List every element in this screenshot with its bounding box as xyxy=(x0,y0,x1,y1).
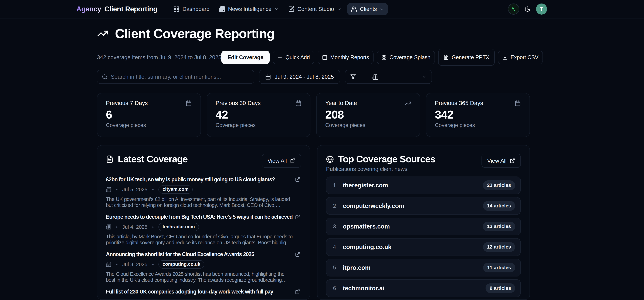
newspaper-icon xyxy=(106,262,111,267)
source-rank: 6 xyxy=(333,285,339,291)
article-count-badge: 9 articles xyxy=(486,283,515,293)
calendar-icon xyxy=(515,100,521,106)
nav-item-content-studio[interactable]: Content Studio xyxy=(285,3,345,15)
source-row[interactable]: 5 itpro.com 11 articles xyxy=(326,259,521,276)
article-item[interactable]: Europe needs to decouple from Big Tech U… xyxy=(106,213,301,246)
toolbar-buttons: Edit Coverage Quick Add Monthly Reports … xyxy=(222,49,543,66)
grid-icon xyxy=(381,55,386,60)
external-link-icon xyxy=(290,158,295,163)
stats-row: Previous 7 Days 6 Coverage pieces Previo… xyxy=(97,93,530,137)
source-list: 1 theregister.com 23 articles 2 computer… xyxy=(326,177,521,297)
stat-label: Previous 7 Days xyxy=(106,100,148,106)
button-label: Generate PPTX xyxy=(452,54,490,60)
globe-icon xyxy=(326,155,334,163)
source-row[interactable]: 2 computerweekly.com 14 articles xyxy=(326,197,521,215)
quick-add-button[interactable]: Quick Add xyxy=(273,51,314,64)
source-domain: computing.co.uk xyxy=(343,243,392,250)
brand-product: Client Reporting xyxy=(104,5,158,13)
article-source-badge: cityam.com xyxy=(158,186,192,194)
stat-sub: Coverage pieces xyxy=(106,122,192,128)
stat-value: 42 xyxy=(216,109,302,120)
button-label: Edit Coverage xyxy=(228,54,264,60)
source-row[interactable]: 3 opsmatters.com 13 articles xyxy=(326,218,521,235)
activity-icon xyxy=(511,6,516,12)
nav-item-dashboard[interactable]: Dashboard xyxy=(170,3,213,15)
pen-square-icon xyxy=(288,6,294,12)
content-panels: Latest Coverage View All £2bn for UK tec… xyxy=(97,145,530,300)
nav-item-news-intelligence[interactable]: News Intelligence xyxy=(215,3,282,15)
article-item[interactable]: £2bn for UK tech, so why is public money… xyxy=(106,176,301,208)
stat-value: 208 xyxy=(325,109,411,120)
stat-sub: Coverage pieces xyxy=(325,122,411,128)
article-title[interactable]: Full list of 230 UK companies adopting f… xyxy=(106,288,293,295)
nav-item-label: Clients xyxy=(360,6,377,12)
date-range-label: Jul 9, 2024 - Jul 8, 2025 xyxy=(275,74,334,80)
dashboard-icon xyxy=(173,6,180,12)
article-title[interactable]: Europe needs to decouple from Big Tech U… xyxy=(106,213,293,220)
external-link-icon[interactable] xyxy=(295,177,300,182)
external-link-icon[interactable] xyxy=(295,252,300,257)
newspaper-icon xyxy=(106,224,111,230)
filter-funnel-icon xyxy=(350,74,356,80)
nav-item-label: News Intelligence xyxy=(228,6,272,12)
stat-card-previous-365-days: Previous 365 Days 342 Coverage pieces xyxy=(426,93,530,137)
stat-card-previous-30-days: Previous 30 Days 42 Coverage pieces xyxy=(207,93,310,137)
users-icon xyxy=(351,6,357,12)
generate-pptx-button[interactable]: Generate PPTX xyxy=(438,49,495,66)
search-input[interactable] xyxy=(111,74,249,80)
avatar[interactable]: T xyxy=(536,4,547,15)
coverage-splash-button[interactable]: Coverage Splash xyxy=(377,51,435,64)
monthly-reports-button[interactable]: Monthly Reports xyxy=(318,51,374,64)
article-count-badge: 13 articles xyxy=(483,222,515,231)
source-row[interactable]: 1 theregister.com 23 articles xyxy=(326,177,521,194)
client-filter-select[interactable] xyxy=(345,70,432,84)
building-icon xyxy=(372,74,378,80)
calendar-icon xyxy=(322,55,327,60)
source-rank: 2 xyxy=(333,203,339,209)
chevron-down-icon xyxy=(422,74,427,79)
brand-name: Agency xyxy=(76,5,101,13)
source-row[interactable]: 4 computing.co.uk 12 articles xyxy=(326,238,521,256)
article-date: Jul 3, 2025 xyxy=(122,261,148,267)
article-count-badge: 23 articles xyxy=(483,180,515,190)
button-label: Coverage Splash xyxy=(390,54,430,60)
newspaper-icon xyxy=(219,6,225,12)
article-item[interactable]: Announcing the shortlist for the Cloud E… xyxy=(106,251,301,283)
coverage-summary-text: 342 coverage items from Jul 9, 2024 to J… xyxy=(97,54,222,61)
source-domain: itpro.com xyxy=(343,264,370,271)
latest-coverage-view-all-button[interactable]: View All xyxy=(262,154,301,168)
article-item[interactable]: Full list of 230 UK companies adopting f… xyxy=(106,288,301,295)
stat-card-previous-7-days: Previous 7 Days 6 Coverage pieces xyxy=(97,93,201,137)
button-label: Monthly Reports xyxy=(330,54,369,60)
external-link-icon[interactable] xyxy=(295,289,300,294)
date-range-button[interactable]: Jul 9, 2024 - Jul 8, 2025 xyxy=(259,70,340,84)
button-label: Export CSV xyxy=(510,54,538,60)
chevron-down-icon xyxy=(380,7,384,12)
status-activity-button[interactable] xyxy=(508,4,519,15)
article-source-badge: computing.co.uk xyxy=(158,260,204,268)
source-rank: 5 xyxy=(333,264,339,271)
chevron-down-icon xyxy=(337,7,342,12)
newspaper-icon xyxy=(106,187,111,192)
edit-coverage-button[interactable]: Edit Coverage xyxy=(222,51,270,64)
nav-item-label: Dashboard xyxy=(182,6,210,12)
stat-sub: Coverage pieces xyxy=(435,122,521,128)
brand-logo[interactable]: Agency Client Reporting xyxy=(76,5,158,13)
theme-toggle-moon-icon[interactable] xyxy=(524,6,530,12)
top-sources-view-all-button[interactable]: View All xyxy=(482,154,521,168)
article-summary: This article, by Mark Boost, CEO and co-… xyxy=(106,234,293,246)
source-row[interactable]: 6 techmonitor.ai 9 articles xyxy=(326,279,521,297)
article-title[interactable]: £2bn for UK tech, so why is public money… xyxy=(106,176,293,183)
stat-label: Previous 30 Days xyxy=(216,100,261,106)
article-source-badge: techradar.com xyxy=(158,223,199,231)
article-title[interactable]: Announcing the shortlist for the Cloud E… xyxy=(106,251,293,258)
export-csv-button[interactable]: Export CSV xyxy=(498,51,543,64)
button-label: Quick Add xyxy=(286,54,310,60)
source-domain: theregister.com xyxy=(343,182,388,189)
external-link-icon xyxy=(510,158,515,163)
calendar-icon xyxy=(186,100,192,106)
search-box xyxy=(97,70,254,84)
nav-item-clients[interactable]: Clients xyxy=(347,3,388,15)
external-link-icon[interactable] xyxy=(295,214,300,220)
article-count-badge: 14 articles xyxy=(483,201,515,211)
